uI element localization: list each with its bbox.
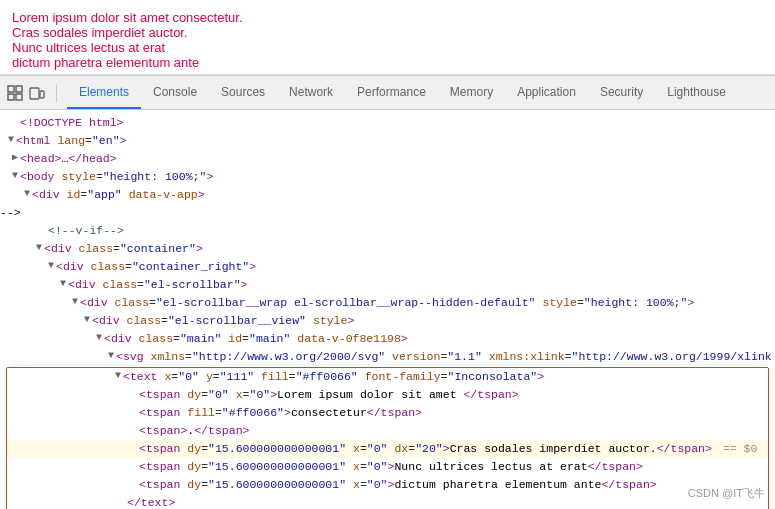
tab-list: Elements Console Sources Network Perform… <box>67 76 738 109</box>
code-line[interactable]: <body style="height: 100%;"> <box>0 168 775 186</box>
expand-icon[interactable] <box>24 186 30 202</box>
code-content: <div class="main" id="main" data-v-0f8e1… <box>104 330 408 348</box>
code-line[interactable]: <div id="app" data-v-app> <box>0 186 775 204</box>
code-line[interactable]: <div class="container_right"> <box>0 258 775 276</box>
code-content: <svg xmlns="http://www.w3.org/2000/svg" … <box>116 348 772 366</box>
tab-performance[interactable]: Performance <box>345 76 438 109</box>
expand-icon[interactable] <box>115 368 121 384</box>
code-content: <div class="container_right"> <box>56 258 256 276</box>
preview-line-1: Lorem ipsum dolor sit amet consectetur. <box>12 10 763 25</box>
svg-rect-3 <box>16 94 22 100</box>
tab-security[interactable]: Security <box>588 76 655 109</box>
expand-icon[interactable] <box>36 240 42 256</box>
preview-line-4: dictum pharetra elementum ante <box>12 55 763 70</box>
code-line[interactable]: <!DOCTYPE html> <box>0 114 775 132</box>
tab-sources[interactable]: Sources <box>209 76 277 109</box>
code-content: <tspan dy="0" x="0">Lorem ipsum dolor si… <box>139 386 519 404</box>
code-line[interactable]: <div class="el-scrollbar__wrap el-scroll… <box>0 294 775 312</box>
code-line[interactable]: <svg xmlns="http://www.w3.org/2000/svg" … <box>0 348 775 366</box>
expand-icon[interactable] <box>96 330 102 346</box>
svg-rect-5 <box>40 91 44 98</box>
code-content: <text x="0" y="111" fill="#ff0066" font-… <box>123 368 544 386</box>
tab-memory[interactable]: Memory <box>438 76 505 109</box>
code-line[interactable]: <div class="main" id="main" data-v-0f8e1… <box>0 330 775 348</box>
preview-area: Lorem ipsum dolor sit amet consectetur. … <box>0 0 775 75</box>
code-content: <div class="el-scrollbar"> <box>68 276 247 294</box>
code-line[interactable]: <tspan dy="15.600000000000001" x="0">Nun… <box>7 458 768 476</box>
code-line[interactable]: <div class="el-scrollbar"> <box>0 276 775 294</box>
expand-icon[interactable] <box>84 312 90 328</box>
preview-line-3: Nunc ultrices lectus at erat <box>12 40 763 55</box>
code-line[interactable]: <text x="0" y="111" fill="#ff0066" font-… <box>7 368 768 386</box>
preview-line-2: Cras sodales imperdiet auctor. <box>12 25 763 40</box>
svg-rect-1 <box>16 86 22 92</box>
devtools-panel: Elements Console Sources Network Perform… <box>0 75 775 509</box>
code-content: <div class="container"> <box>44 240 203 258</box>
code-content: <tspan dy="15.600000000000001" x="0">dic… <box>139 476 657 494</box>
code-content: <tspan dy="15.600000000000001" x="0">Nun… <box>139 458 643 476</box>
code-content: <div class="el-scrollbar__wrap el-scroll… <box>80 294 694 312</box>
inspect-icon[interactable] <box>6 84 24 102</box>
expand-icon[interactable] <box>60 276 66 292</box>
toolbar-icons <box>6 84 57 102</box>
highlighted-block: <text x="0" y="111" fill="#ff0066" font-… <box>6 367 769 509</box>
code-line[interactable]: <tspan dy="0" x="0">Lorem ipsum dolor si… <box>7 386 768 404</box>
code-content: <!--v-if--> <box>48 222 124 240</box>
code-content: <tspan>.</tspan> <box>139 422 249 440</box>
code-line[interactable]: <tspan>.</tspan> <box>7 422 768 440</box>
code-content: <tspan dy="15.600000000000001" x="0" dx=… <box>139 440 757 458</box>
code-content: </text> <box>127 494 175 509</box>
code-content: <body style="height: 100%;"> <box>20 168 213 186</box>
code-line[interactable]: <head>…</head> <box>0 150 775 168</box>
expand-icon[interactable] <box>8 132 14 148</box>
expand-icon[interactable] <box>108 348 114 364</box>
svg-rect-0 <box>8 86 14 92</box>
code-line[interactable]: <div class="el-scrollbar__view" style> <box>0 312 775 330</box>
code-line-selected[interactable]: <tspan dy="15.600000000000001" x="0" dx=… <box>7 440 768 458</box>
devtools-toolbar: Elements Console Sources Network Perform… <box>0 76 775 110</box>
expand-icon[interactable] <box>12 150 18 166</box>
code-content: <html lang="en"> <box>16 132 126 150</box>
device-icon[interactable] <box>28 84 46 102</box>
code-content: <div class="el-scrollbar__view" style> <box>92 312 354 330</box>
code-line[interactable]: <tspan fill="#ff0066">consectetur</tspan… <box>7 404 768 422</box>
tab-console[interactable]: Console <box>141 76 209 109</box>
code-content: <!DOCTYPE html> <box>20 114 124 132</box>
expand-icon[interactable] <box>72 294 78 310</box>
expand-icon[interactable] <box>12 168 18 184</box>
tab-network[interactable]: Network <box>277 76 345 109</box>
tab-elements[interactable]: Elements <box>67 76 141 109</box>
code-content: <head>…</head> <box>20 150 117 168</box>
code-content: <div id="app" data-v-app> <box>32 186 205 204</box>
code-line[interactable]: <html lang="en"> <box>0 132 775 150</box>
tab-application[interactable]: Application <box>505 76 588 109</box>
elements-panel: <!DOCTYPE html> <html lang="en"> <head>…… <box>0 110 775 509</box>
watermark: CSDN @IT飞牛 <box>688 486 765 501</box>
code-content: <tspan fill="#ff0066">consectetur</tspan… <box>139 404 422 422</box>
code-line[interactable]: <!--v-if--> <box>0 222 775 240</box>
code-line[interactable]: <div class="container"> <box>0 240 775 258</box>
expand-icon[interactable] <box>48 258 54 274</box>
tab-lighthouse[interactable]: Lighthouse <box>655 76 738 109</box>
code-line[interactable]: <tspan dy="15.600000000000001" x="0">dic… <box>7 476 768 494</box>
code-line[interactable]: </text> <box>7 494 768 509</box>
svg-rect-2 <box>8 94 14 100</box>
svg-rect-4 <box>30 88 39 99</box>
